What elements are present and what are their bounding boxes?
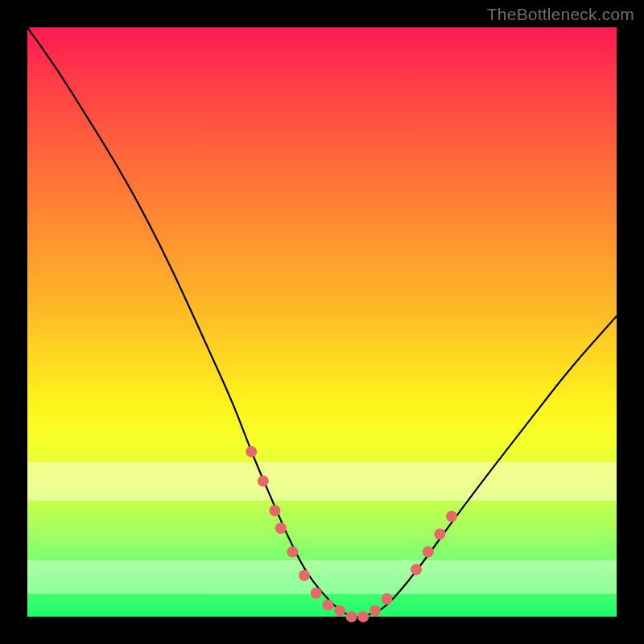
chart-frame: TheBottleneck.com <box>0 0 644 644</box>
bottleneck-curve <box>27 27 617 617</box>
curve-marker <box>357 611 369 622</box>
curve-layer <box>27 27 617 617</box>
curve-markers <box>246 446 457 622</box>
curve-marker <box>446 511 457 522</box>
curve-marker <box>346 611 357 622</box>
curve-marker <box>322 599 333 610</box>
curve-marker <box>434 529 445 540</box>
curve-marker <box>299 570 310 581</box>
curve-marker <box>334 605 345 617</box>
curve-marker <box>275 522 287 534</box>
curve-marker <box>369 605 381 617</box>
curve-marker <box>311 588 322 599</box>
plot-area <box>27 27 617 617</box>
curve-marker <box>246 446 257 457</box>
curve-marker <box>287 547 298 558</box>
curve-marker <box>423 547 434 558</box>
curve-marker <box>411 564 422 575</box>
curve-marker <box>382 593 393 605</box>
watermark-text: TheBottleneck.com <box>487 5 634 24</box>
curve-marker <box>269 505 280 516</box>
curve-marker <box>258 476 269 487</box>
